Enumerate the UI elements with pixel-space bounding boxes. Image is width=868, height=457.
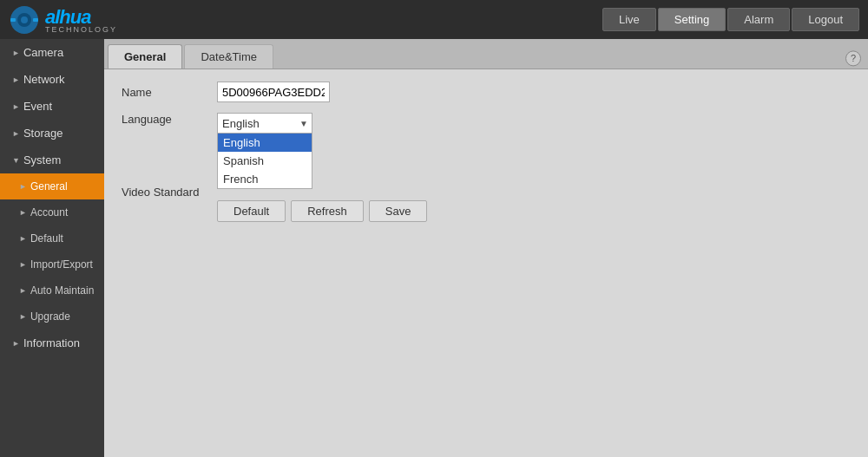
language-dropdown[interactable]: English ▼ English Spanish French [217, 113, 312, 134]
chevron-right-icon-importexport: ► [19, 260, 27, 269]
sidebar-label-general: General [30, 180, 68, 193]
logo-icon [9, 4, 40, 36]
sidebar-item-system[interactable]: ▼ System [0, 147, 104, 173]
sidebar-item-camera[interactable]: ► Camera [0, 39, 104, 66]
alarm-button[interactable]: Alarm [727, 8, 790, 31]
sidebar-label-camera: Camera [23, 46, 63, 59]
live-button[interactable]: Live [602, 8, 656, 31]
logo: alhua TECHNOLOGY [9, 4, 117, 36]
form-area: Name Language English ▼ English Spanish … [104, 69, 868, 457]
sidebar-item-automaintain[interactable]: ► Auto Maintain [0, 277, 104, 304]
sidebar-label-storage: Storage [23, 127, 63, 140]
chevron-right-icon-storage: ► [12, 129, 20, 138]
sidebar-label-event: Event [23, 100, 52, 113]
sidebar-label-account: Account [30, 206, 68, 219]
sidebar-item-storage[interactable]: ► Storage [0, 120, 104, 147]
sidebar-item-general[interactable]: ► General [0, 173, 104, 199]
setting-button[interactable]: Setting [658, 8, 726, 31]
logo-main-text: alhua [45, 6, 90, 28]
chevron-right-icon: ► [12, 49, 20, 57]
sidebar-label-system: System [23, 153, 61, 166]
name-row: Name [122, 82, 851, 102]
language-dropdown-list: English Spanish French [217, 133, 312, 189]
chevron-right-icon-network: ► [12, 75, 20, 84]
chevron-right-icon-general: ► [19, 182, 27, 191]
svg-rect-4 [33, 18, 38, 22]
tab-datetime[interactable]: Date&Time [184, 44, 273, 69]
sidebar-item-upgrade[interactable]: ► Upgrade [0, 304, 104, 330]
chevron-down-icon-system: ▼ [12, 156, 20, 165]
sidebar-item-account[interactable]: ► Account [0, 199, 104, 225]
language-option-english[interactable]: English [218, 134, 312, 152]
sidebar-label-default: Default [30, 232, 63, 245]
sidebar-label-information: Information [23, 336, 80, 349]
sidebar-label-importexport: Import/Export [30, 258, 93, 271]
content-area: General Date&Time ? Name Language Englis… [104, 39, 868, 457]
language-option-spanish[interactable]: Spanish [218, 152, 312, 170]
chevron-right-icon-information: ► [12, 339, 20, 348]
refresh-button[interactable]: Refresh [291, 200, 364, 222]
dropdown-arrow-icon: ▼ [299, 119, 308, 128]
sidebar-item-network[interactable]: ► Network [0, 66, 104, 93]
language-dropdown-trigger[interactable]: English ▼ [217, 113, 312, 134]
name-input[interactable] [217, 82, 330, 102]
tab-bar: General Date&Time ? [104, 39, 868, 69]
default-button[interactable]: Default [217, 200, 286, 222]
header: alhua TECHNOLOGY Live Setting Alarm Logo… [0, 0, 868, 39]
sidebar-label-automaintain: Auto Maintain [30, 284, 94, 297]
chevron-right-icon-default: ► [19, 234, 27, 243]
chevron-right-icon-upgrade: ► [19, 312, 27, 321]
sidebar-item-event[interactable]: ► Event [0, 93, 104, 120]
language-label: Language [122, 113, 217, 126]
chevron-right-icon-automaintain: ► [19, 286, 27, 295]
chevron-right-icon-event: ► [12, 102, 20, 111]
chevron-right-icon-account: ► [19, 208, 27, 217]
sidebar-item-importexport[interactable]: ► Import/Export [0, 251, 104, 277]
logout-button[interactable]: Logout [792, 8, 859, 31]
header-nav: Live Setting Alarm Logout [602, 8, 859, 31]
logo-text-block: alhua TECHNOLOGY [45, 6, 117, 34]
save-button[interactable]: Save [369, 200, 428, 222]
help-icon[interactable]: ? [845, 50, 861, 66]
tab-general[interactable]: General [108, 44, 182, 69]
sidebar-label-network: Network [23, 73, 65, 86]
main-layout: ► Camera ► Network ► Event ► Storage ▼ S… [0, 39, 868, 457]
name-label: Name [122, 86, 217, 99]
svg-rect-3 [10, 18, 16, 22]
sidebar-item-default[interactable]: ► Default [0, 225, 104, 251]
language-selected-value: English [222, 117, 260, 130]
language-row: Language English ▼ English Spanish Frenc… [122, 111, 851, 134]
svg-point-2 [21, 16, 28, 23]
button-row: Default Refresh Save [217, 200, 851, 222]
sidebar: ► Camera ► Network ► Event ► Storage ▼ S… [0, 39, 104, 457]
language-option-french[interactable]: French [218, 170, 312, 188]
sidebar-item-information[interactable]: ► Information [0, 330, 104, 356]
sidebar-label-upgrade: Upgrade [30, 310, 70, 323]
logo-sub-text: TECHNOLOGY [45, 25, 117, 34]
video-standard-label: Video Standard [122, 186, 217, 199]
